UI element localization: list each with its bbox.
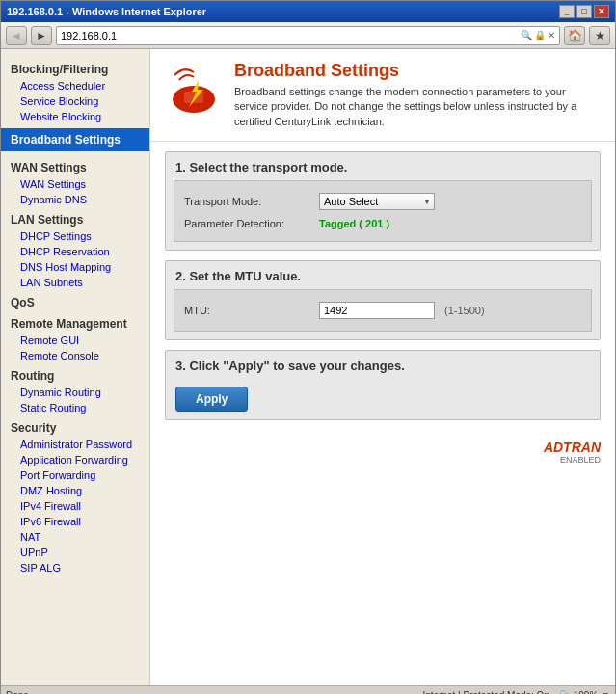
sidebar-item-upnp[interactable]: UPnP [1,545,149,560]
security-section: Security [1,415,149,437]
window-controls: _ □ ✕ [559,5,609,18]
transport-mode-section: 1. Select the transport mode. Transport … [165,151,601,251]
lock-icon: 🔒 [534,30,546,40]
apply-section: 3. Click "Apply" to save your changes. A… [165,350,601,420]
zoom-level: 🔍 100% ▼ [559,690,610,694]
mtu-row: MTU: (1-1500) [184,298,581,323]
transport-mode-label: Transport Mode: [184,196,319,207]
sidebar-item-remote-gui[interactable]: Remote GUI [1,333,149,348]
page-header: Broadband Settings Broadband settings ch… [150,49,615,142]
param-detection-value: Tagged ( 201 ) [319,218,389,229]
sidebar-item-ipv6-firewall[interactable]: IPv6 Firewall [1,514,149,529]
search-icon[interactable]: 🔍 [521,30,532,40]
param-detection-row: Parameter Detection: Tagged ( 201 ) [184,214,581,233]
apply-button[interactable]: Apply [175,387,248,412]
minimize-button[interactable]: _ [559,5,575,18]
sidebar: Blocking/Filtering Access Scheduler Serv… [1,49,150,685]
sidebar-item-dynamic-dns[interactable]: Dynamic DNS [1,192,149,207]
sidebar-item-port-forwarding[interactable]: Port Forwarding [1,467,149,483]
sidebar-item-wan-settings[interactable]: WAN Settings [1,176,149,192]
close-button[interactable]: ✕ [594,5,609,18]
address-bar: 🔍 🔒 ✕ [56,26,560,45]
browser-toolbar: ◄ ► 🔍 🔒 ✕ 🏠 ★ [1,22,615,49]
router-icon-container [165,61,223,119]
blocking-filtering-section: Blocking/Filtering [1,57,149,78]
router-icon [165,61,223,119]
sidebar-item-website-blocking[interactable]: Website Blocking [1,109,149,124]
forward-button[interactable]: ► [31,26,52,45]
section2-title: 2. Set the MTU value. [166,261,600,289]
sidebar-item-dynamic-routing[interactable]: Dynamic Routing [1,385,149,400]
maximize-button[interactable]: □ [576,5,592,18]
page-header-text: Broadband Settings Broadband settings ch… [234,61,601,129]
back-button[interactable]: ◄ [6,26,27,45]
sidebar-item-service-blocking[interactable]: Service Blocking [1,93,149,109]
transport-mode-select[interactable]: Auto Select PPPoE PPPoA MER/DHCP Static … [319,193,435,210]
window-title: 192.168.0.1 - Windows Internet Explorer [7,6,206,17]
wan-settings-section: WAN Settings [1,155,149,176]
home-button[interactable]: 🏠 [564,26,585,45]
qos-section: QoS [1,290,149,311]
favorites-button[interactable]: ★ [589,26,610,45]
section1-title: 1. Select the transport mode. [166,152,600,180]
param-detection-label: Parameter Detection: [184,218,319,229]
sidebar-item-dmz-hosting[interactable]: DMZ Hosting [1,483,149,498]
sidebar-item-access-scheduler[interactable]: Access Scheduler [1,78,149,93]
title-bar: 192.168.0.1 - Windows Internet Explorer … [1,1,615,22]
mtu-range: (1-1500) [444,305,485,316]
routing-section: Routing [1,363,149,385]
address-input[interactable] [61,30,521,41]
transport-select-wrapper: Auto Select PPPoE PPPoA MER/DHCP Static … [319,193,435,210]
section1-inner: Transport Mode: Auto Select PPPoE PPPoA … [174,180,592,242]
internet-zone: Internet | Protected Mode: On [422,690,549,694]
refresh-icon[interactable]: ✕ [548,30,555,40]
status-bar: Done Internet | Protected Mode: On 🔍 100… [1,685,615,694]
sidebar-item-dhcp-settings[interactable]: DHCP Settings [1,228,149,244]
sidebar-item-broadband-settings[interactable]: Broadband Settings [1,128,149,151]
page-description: Broadband settings change the modem conn… [234,85,601,129]
mtu-section: 2. Set the MTU value. MTU: (1-1500) [165,260,601,340]
lan-settings-section: LAN Settings [1,207,149,228]
sidebar-item-static-routing[interactable]: Static Routing [1,400,149,415]
sidebar-item-admin-password[interactable]: Administrator Password [1,437,149,452]
sidebar-item-ipv4-firewall[interactable]: IPv4 Firewall [1,498,149,514]
mtu-value-container: (1-1500) [319,302,581,319]
sidebar-item-dhcp-reservation[interactable]: DHCP Reservation [1,244,149,259]
transport-mode-value: Auto Select PPPoE PPPoA MER/DHCP Static … [319,193,581,210]
main-content: Broadband Settings Broadband settings ch… [150,49,615,685]
mtu-input[interactable] [319,302,435,319]
section3-title: 3. Click "Apply" to save your changes. [166,351,600,379]
mtu-label: MTU: [184,305,319,316]
sidebar-item-sip-alg[interactable]: SIP ALG [1,560,149,575]
section2-inner: MTU: (1-1500) [174,289,592,332]
address-icons: 🔍 🔒 ✕ [521,30,555,40]
sidebar-item-application-forwarding[interactable]: Application Forwarding [1,452,149,467]
sidebar-item-remote-console[interactable]: Remote Console [1,348,149,363]
transport-mode-row: Transport Mode: Auto Select PPPoE PPPoA … [184,189,581,214]
sidebar-item-dns-host-mapping[interactable]: DNS Host Mapping [1,259,149,275]
sidebar-item-nat[interactable]: NAT [1,529,149,545]
adtran-logo: ADTRAN ENABLED [150,430,615,474]
page-title: Broadband Settings [234,61,601,81]
adtran-enabled: ENABLED [165,455,601,465]
remote-management-section: Remote Management [1,311,149,333]
sidebar-item-lan-subnets[interactable]: LAN Subnets [1,275,149,290]
status-text: Done [6,690,29,694]
